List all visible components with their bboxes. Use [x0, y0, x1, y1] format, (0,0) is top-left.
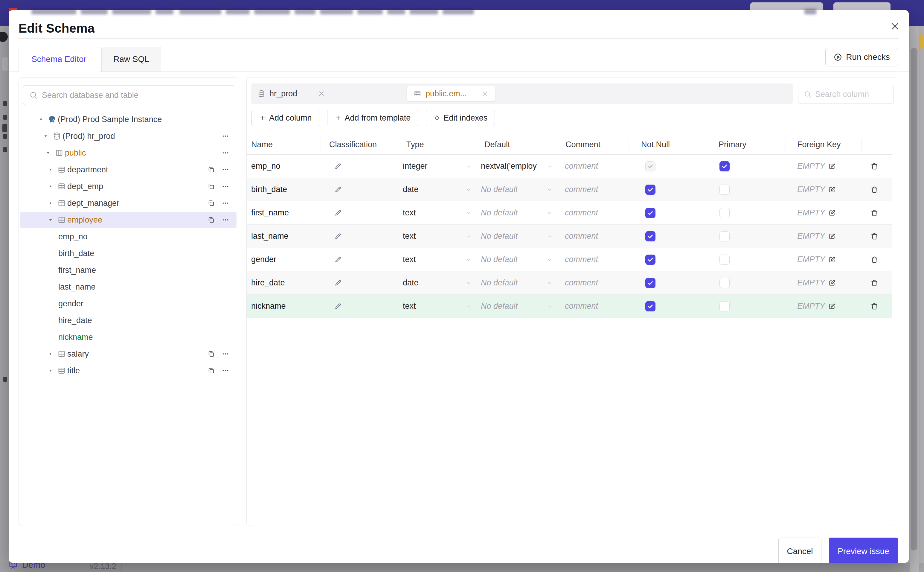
preview-issue-button[interactable]: Preview issue	[829, 538, 898, 563]
tree-item-salary[interactable]: salary	[19, 345, 238, 362]
trash-icon[interactable]	[870, 232, 879, 241]
caret-down-icon[interactable]	[43, 150, 54, 156]
copy-icon[interactable]	[207, 199, 215, 207]
run-checks-button[interactable]: Run checks	[825, 48, 898, 67]
tree-item-title[interactable]: title	[19, 362, 238, 379]
not-null-checkbox[interactable]	[645, 278, 656, 288]
type-select[interactable]: text	[398, 208, 476, 218]
not-null-checkbox[interactable]	[645, 255, 656, 265]
comment-field[interactable]: comment	[557, 208, 629, 218]
column-name-field[interactable]: birth_date	[247, 185, 321, 194]
tree-item-dept_emp[interactable]: dept_emp	[19, 178, 238, 195]
caret-down-icon[interactable]	[45, 217, 56, 223]
comment-field[interactable]: comment	[557, 162, 629, 171]
tree-item-department[interactable]: department	[19, 161, 238, 178]
copy-icon[interactable]	[207, 367, 215, 375]
page-scrollbar[interactable]	[910, 26, 919, 572]
object-tab-public-em-[interactable]: public.em...	[407, 86, 495, 101]
tree-item-hire_date[interactable]: hire_date	[19, 312, 238, 329]
comment-field[interactable]: comment	[557, 185, 629, 194]
tree-item-birth_date[interactable]: birth_date	[19, 245, 238, 262]
trash-icon[interactable]	[870, 162, 879, 171]
add-column-button[interactable]: Add column	[251, 110, 319, 126]
add-from-template-button[interactable]: Add from template	[327, 110, 419, 126]
pencil-icon[interactable]	[334, 186, 342, 194]
not-null-checkbox[interactable]	[645, 231, 656, 241]
column-search-input[interactable]	[815, 90, 878, 99]
primary-checkbox[interactable]	[719, 301, 730, 311]
primary-checkbox[interactable]	[719, 208, 730, 218]
type-select[interactable]: date	[398, 185, 476, 194]
tree-item-dept_manager[interactable]: dept_manager	[19, 195, 238, 211]
caret-right-icon[interactable]	[45, 200, 56, 206]
close-icon[interactable]	[318, 90, 325, 97]
primary-checkbox[interactable]	[719, 185, 730, 195]
trash-icon[interactable]	[870, 209, 879, 217]
page-scrollbar-thumb[interactable]	[911, 48, 918, 550]
edit-square-icon[interactable]	[828, 186, 836, 194]
default-select[interactable]: No default	[476, 278, 557, 288]
caret-right-icon[interactable]	[45, 368, 56, 374]
not-null-checkbox[interactable]	[645, 185, 656, 195]
object-tab-hr_prod[interactable]: hr_prod	[251, 86, 331, 101]
tree-item-employee[interactable]: employee	[19, 211, 238, 228]
edit-square-icon[interactable]	[828, 256, 836, 264]
column-name-field[interactable]: first_name	[247, 208, 321, 218]
tree-item-gender[interactable]: gender	[19, 295, 238, 312]
default-select[interactable]: No default	[476, 232, 557, 241]
primary-checkbox[interactable]	[719, 161, 730, 171]
default-select[interactable]: No default	[476, 185, 557, 194]
caret-down-icon[interactable]	[40, 133, 51, 139]
database-search-input[interactable]	[42, 91, 235, 100]
default-select[interactable]: No default	[476, 255, 557, 264]
tree-item--prod-hr_prod[interactable]: (Prod) hr_prod	[19, 128, 238, 145]
more-icon[interactable]	[222, 182, 229, 190]
edit-square-icon[interactable]	[828, 162, 836, 170]
type-select[interactable]: date	[398, 278, 476, 288]
close-icon[interactable]	[482, 90, 488, 97]
column-name-field[interactable]: last_name	[247, 232, 321, 241]
more-icon[interactable]	[222, 132, 229, 140]
caret-right-icon[interactable]	[45, 351, 56, 357]
primary-checkbox[interactable]	[719, 278, 730, 288]
tab-raw-sql[interactable]: Raw SQL	[101, 47, 161, 72]
copy-icon[interactable]	[207, 182, 215, 190]
column-name-field[interactable]: emp_no	[247, 162, 321, 171]
type-select[interactable]: text	[398, 232, 476, 241]
comment-field[interactable]: comment	[557, 255, 629, 264]
column-name-field[interactable]: nickname	[247, 302, 321, 311]
copy-icon[interactable]	[207, 166, 215, 174]
comment-field[interactable]: comment	[557, 278, 629, 288]
caret-down-icon[interactable]	[36, 117, 47, 122]
not-null-checkbox[interactable]	[645, 301, 656, 311]
column-name-field[interactable]: gender	[247, 255, 321, 264]
trash-icon[interactable]	[870, 302, 879, 311]
more-icon[interactable]	[222, 149, 229, 157]
pencil-icon[interactable]	[334, 302, 342, 310]
copy-icon[interactable]	[207, 216, 215, 224]
pencil-icon[interactable]	[334, 209, 342, 217]
tree-item-last_name[interactable]: last_name	[19, 278, 238, 295]
pencil-icon[interactable]	[334, 279, 342, 287]
tree-item--prod-prod-sample-instance[interactable]: (Prod) Prod Sample Instance	[19, 111, 238, 128]
pencil-icon[interactable]	[334, 256, 342, 264]
tree-item-public[interactable]: public	[19, 145, 238, 161]
caret-right-icon[interactable]	[45, 183, 56, 190]
default-select[interactable]: nextval('employ	[476, 162, 557, 171]
more-icon[interactable]	[222, 216, 229, 224]
copy-icon[interactable]	[207, 350, 215, 358]
close-icon[interactable]	[890, 21, 900, 31]
not-null-checkbox[interactable]	[645, 208, 656, 218]
more-icon[interactable]	[222, 199, 229, 207]
more-icon[interactable]	[222, 350, 229, 358]
trash-icon[interactable]	[870, 255, 879, 264]
default-select[interactable]: No default	[476, 208, 557, 218]
trash-icon[interactable]	[870, 185, 879, 194]
trash-icon[interactable]	[870, 279, 879, 287]
tree-item-nickname[interactable]: nickname	[19, 329, 238, 345]
pencil-icon[interactable]	[334, 162, 342, 170]
edit-square-icon[interactable]	[828, 302, 836, 310]
edit-square-icon[interactable]	[828, 279, 836, 287]
pencil-icon[interactable]	[334, 232, 342, 240]
edit-square-icon[interactable]	[828, 232, 836, 240]
